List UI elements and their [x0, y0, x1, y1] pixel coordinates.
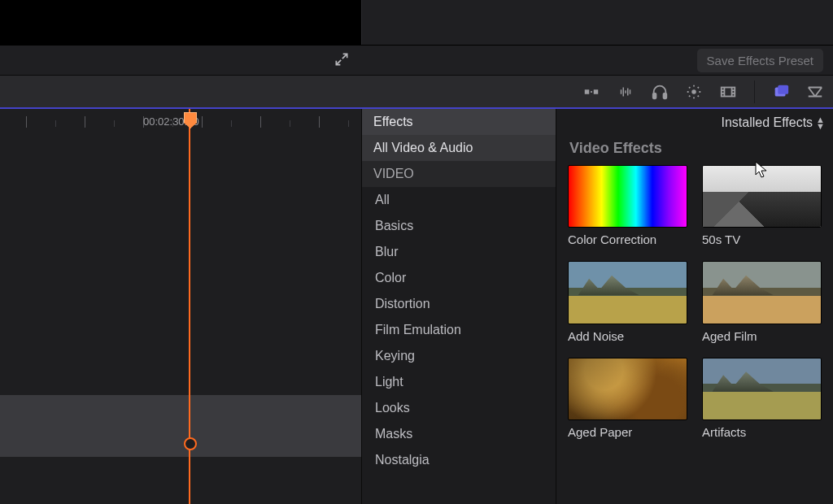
effect-thumbnail[interactable] — [702, 165, 822, 228]
effect-thumbnail[interactable] — [568, 358, 687, 420]
effects-section-title: Video Effects — [569, 140, 822, 157]
effects-category-item[interactable]: Nostalgia — [362, 447, 556, 473]
save-effects-preset-button[interactable]: Save Effects Preset — [697, 49, 823, 72]
effect-thumbnail[interactable] — [568, 165, 687, 228]
audio-waveform-icon[interactable] — [616, 82, 635, 102]
filmstrip-icon[interactable] — [718, 82, 738, 102]
timeline-toolbar — [0, 75, 833, 107]
timeline-ruler[interactable]: 00:02:30:00 — [0, 109, 361, 137]
effects-grid: Color Correction50s TVAdd NoiseAged Film… — [568, 165, 822, 439]
brightness-icon[interactable] — [684, 82, 704, 102]
effects-category-item[interactable]: Blur — [362, 239, 556, 265]
svg-rect-0 — [585, 89, 590, 94]
effects-category-item[interactable]: Color — [362, 265, 556, 291]
transitions-browser-icon[interactable] — [805, 82, 825, 102]
svg-rect-2 — [594, 89, 599, 94]
effects-category-item[interactable]: Basics — [362, 213, 556, 239]
svg-rect-6 — [722, 87, 735, 96]
effects-browser: Installed Effects ▲▼ Video Effects Color… — [556, 109, 833, 504]
effect-label: Aged Film — [702, 329, 822, 343]
headphones-icon[interactable] — [650, 82, 669, 102]
svg-rect-3 — [653, 93, 656, 98]
effects-category-item[interactable]: All — [362, 187, 556, 213]
effect-thumbnail[interactable] — [568, 261, 687, 324]
effects-category-item[interactable]: Keying — [362, 343, 556, 369]
svg-point-5 — [691, 89, 696, 94]
svg-rect-8 — [778, 85, 788, 93]
expand-viewer-icon[interactable] — [334, 51, 350, 70]
audio-track[interactable] — [0, 395, 361, 457]
effects-category-item[interactable]: Distortion — [362, 291, 556, 317]
playhead-knob-icon[interactable] — [184, 437, 197, 450]
effect-label: 50s TV — [702, 232, 822, 246]
effects-category-item[interactable]: Film Emulation — [362, 317, 556, 343]
effect-card[interactable]: Artifacts — [702, 358, 822, 439]
effect-card[interactable]: Color Correction — [568, 165, 687, 246]
split-clips-icon[interactable] — [582, 82, 601, 102]
playhead[interactable] — [189, 109, 190, 504]
effects-category-item[interactable]: Looks — [362, 395, 556, 421]
effect-label: Artifacts — [702, 425, 822, 439]
viewer-monitor — [0, 0, 362, 45]
chevron-updown-icon: ▲▼ — [816, 116, 825, 129]
effects-sort-label: Installed Effects — [721, 115, 813, 130]
effect-thumbnail[interactable] — [702, 358, 822, 420]
effects-header[interactable]: Effects — [362, 109, 556, 135]
effect-label: Aged Paper — [568, 425, 687, 439]
effects-category-item[interactable]: Masks — [362, 421, 556, 447]
svg-rect-1 — [591, 91, 592, 93]
effects-sort-dropdown[interactable]: Installed Effects ▲▼ — [556, 109, 833, 137]
svg-rect-4 — [664, 93, 667, 98]
timeline[interactable]: 00:02:30:00 — [0, 109, 361, 504]
effects-category-list: Effects All Video & Audio VIDEO AllBasic… — [361, 109, 556, 504]
timeline-tracks[interactable] — [0, 137, 361, 504]
effect-label: Add Noise — [568, 329, 687, 343]
effect-card[interactable]: Aged Paper — [568, 358, 687, 439]
effects-category-all-av[interactable]: All Video & Audio — [362, 135, 556, 161]
viewer-controls-row: Save Effects Preset — [0, 46, 833, 75]
effect-card[interactable]: 50s TV — [702, 165, 822, 246]
viewer-row — [0, 0, 833, 46]
effects-category-item[interactable]: Light — [362, 369, 556, 395]
effect-thumbnail[interactable] — [702, 261, 822, 324]
effect-card[interactable]: Add Noise — [568, 261, 687, 342]
inspector-header-area — [362, 0, 833, 45]
effects-browser-icon[interactable] — [771, 82, 791, 102]
effects-group-video: VIDEO — [362, 161, 556, 187]
effect-label: Color Correction — [568, 232, 687, 246]
effect-card[interactable]: Aged Film — [702, 261, 822, 342]
